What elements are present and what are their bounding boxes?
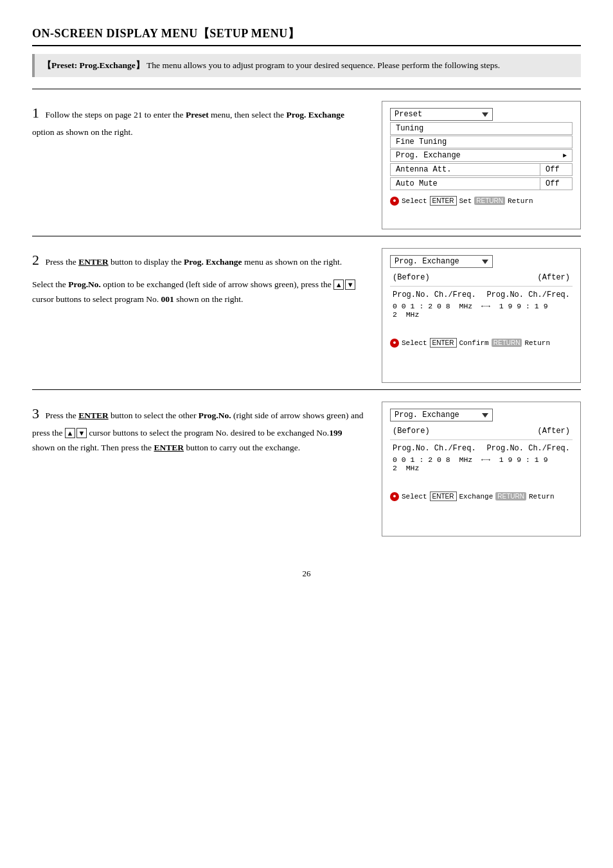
intro-text: The menu allows you to adjust program to… <box>145 60 500 70</box>
enter-btn-icon-2: ENTER <box>430 338 457 348</box>
exchange-menu-header-2: Prog. Exchange <box>390 409 493 421</box>
return-label-2: Return <box>524 339 550 347</box>
page-number: 26 <box>32 569 581 579</box>
enter-btn-icon: ENTER <box>430 196 457 206</box>
return-btn-icon-3: RETURN <box>495 492 526 500</box>
exchange-dropdown-arrow-1-icon <box>482 260 488 264</box>
page-title: ON-SCREEN DISPLAY MENU【SETUP MENU】 <box>32 26 581 46</box>
exchange-header-cols-1: Prog.No. Ch./Freq. Prog.No. Ch./Freq. <box>390 289 573 301</box>
screen2-bottom-bar: ● Select ENTER Confirm RETURN Return <box>390 338 573 348</box>
intro-box: 【Preset: Prog.Exchange】 The menu allows … <box>32 54 581 77</box>
preset-label: Preset <box>395 110 422 119</box>
menu-item-automute-value: Off <box>540 177 573 190</box>
step-1-text: 1 Follow the steps on page 21 to enter t… <box>32 101 366 229</box>
cursor-buttons-2: ▲ ▼ <box>65 428 87 438</box>
step-3-number: 3 <box>32 405 39 421</box>
return-label-3: Return <box>529 493 555 500</box>
menu-item-tuning: Tuning <box>390 122 573 135</box>
select-label: Select <box>402 197 427 205</box>
down-arrow-icon-2: ▼ <box>76 428 87 438</box>
step-2-number: 2 <box>32 252 39 268</box>
col2-header-1: Prog.No. Ch./Freq. <box>486 290 570 299</box>
exchange-data-row-2: 0 0 1 : 2 0 8 MHz ←→ 1 9 9 : 1 9 2 MHz <box>390 454 573 474</box>
before-label-1: (Before) <box>393 273 430 282</box>
step-1-screen: Preset Tuning Fine Tuning Prog. Exchange… <box>382 101 581 229</box>
exchange-data-row-1: 0 0 1 : 2 0 8 MHz ←→ 1 9 9 : 1 9 2 MHz <box>390 301 573 320</box>
exchange-header-cols-2: Prog.No. Ch./Freq. Prog.No. Ch./Freq. <box>390 443 573 454</box>
exchange-header-label-1: Prog. Exchange <box>395 257 459 266</box>
col1-header-2: Prog.No. Ch./Freq. <box>393 444 476 453</box>
after-label-2: (After) <box>538 427 570 436</box>
return-label: Return <box>508 197 533 205</box>
menu-item-antenna-row: Antenna Att. Off <box>390 163 573 177</box>
select-red-icon: ● <box>390 197 399 206</box>
exchange-cols-1: (Before) (After) <box>390 272 573 283</box>
before-label-2: (Before) <box>393 427 430 436</box>
exchange-dropdown-arrow-2-icon <box>482 413 488 418</box>
enter-btn-icon-3: ENTER <box>430 492 457 501</box>
menu-item-automute-label: Auto Mute <box>390 177 540 190</box>
menu-item-antenna-label: Antenna Att. <box>390 163 540 176</box>
step-3-text: 3 Press the ENTER button to select the o… <box>32 402 366 536</box>
after-label-1: (After) <box>538 273 570 282</box>
step-2-section: 2 Press the ENTER button to display the … <box>32 236 581 389</box>
prog-exchange-label: Prog. Exchange <box>396 151 461 160</box>
select-label-3: Select <box>402 493 427 500</box>
exchange-header-label-2: Prog. Exchange <box>395 411 459 420</box>
prog-exchange-arrow-icon: ► <box>563 152 567 159</box>
exchange-divider-1 <box>390 286 573 287</box>
col2-header-2: Prog.No. Ch./Freq. <box>486 444 570 453</box>
confirm-label: Confirm <box>459 339 489 347</box>
exchange-menu-header-1: Prog. Exchange <box>390 255 493 268</box>
intro-bracket: 【Preset: Prog.Exchange】 <box>42 60 145 70</box>
menu-item-prog-exchange: Prog. Exchange ► <box>390 149 573 162</box>
return-btn-icon-2: RETURN <box>492 339 522 347</box>
step-3-section: 3 Press the ENTER button to select the o… <box>32 389 581 543</box>
menu-item-fine-tuning: Fine Tuning <box>390 136 573 148</box>
menu-item-automute-row: Auto Mute Off <box>390 177 573 191</box>
down-arrow-icon: ▼ <box>345 279 355 290</box>
dropdown-arrow-icon <box>482 112 488 117</box>
up-arrow-icon: ▲ <box>333 279 344 290</box>
screen3-bottom-bar: ● Select ENTER Exchange RETURN Return <box>390 492 573 501</box>
select-label-2: Select <box>402 339 427 347</box>
set-label: Set <box>459 197 472 205</box>
exchange-divider-2 <box>390 439 573 440</box>
step-1-section: 1 Follow the steps on page 21 to enter t… <box>32 89 581 236</box>
exchange-cols-2: (Before) (After) <box>390 425 573 437</box>
up-arrow-icon-2: ▲ <box>65 428 75 438</box>
menu-item-antenna-value: Off <box>540 163 573 176</box>
select-red-icon-2: ● <box>390 339 399 348</box>
step-1-number: 1 <box>32 105 39 121</box>
cursor-buttons-1: ▲ ▼ <box>333 279 355 290</box>
col1-header-1: Prog.No. Ch./Freq. <box>393 290 476 299</box>
preset-menu-header: Preset <box>390 108 493 121</box>
step-2-text: 2 Press the ENTER button to display the … <box>32 248 366 383</box>
step-3-screen: Prog. Exchange (Before) (After) Prog.No.… <box>382 402 581 536</box>
step-2-screen: Prog. Exchange (Before) (After) Prog.No.… <box>382 248 581 383</box>
screen1-bottom-bar: ● Select ENTER Set RETURN Return <box>390 196 573 206</box>
return-btn-icon: RETURN <box>474 197 505 205</box>
select-red-icon-3: ● <box>390 492 399 501</box>
exchange-label: Exchange <box>459 493 493 500</box>
